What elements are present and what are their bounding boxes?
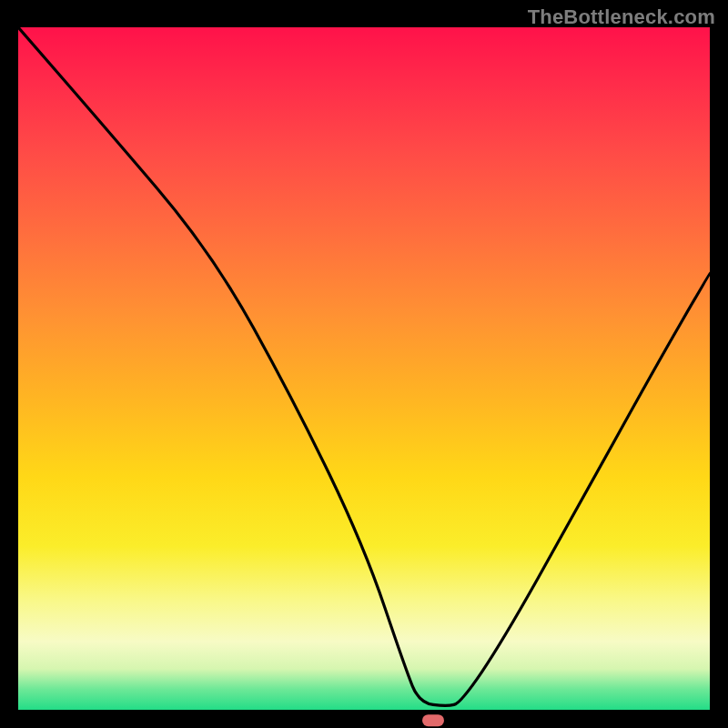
curve-svg — [18, 27, 710, 710]
optimal-point-marker — [422, 714, 444, 726]
watermark-label: TheBottleneck.com — [528, 5, 715, 29]
plot-area — [18, 27, 710, 710]
bottleneck-curve — [18, 27, 710, 705]
chart-frame: TheBottleneck.com — [0, 0, 728, 728]
